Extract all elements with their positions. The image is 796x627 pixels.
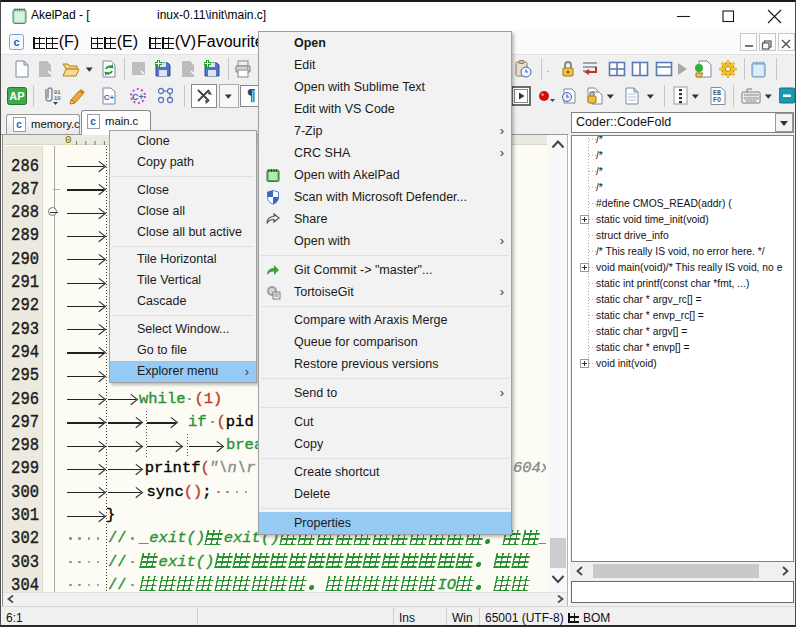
svg-text:EB: EB <box>713 90 721 97</box>
svg-text:10: 10 <box>54 95 61 102</box>
svg-text:C+: C+ <box>104 93 115 102</box>
svg-text:FO: FO <box>713 97 721 104</box>
svg-text:c: c <box>16 119 22 130</box>
svg-text:C+: C+ <box>132 92 144 102</box>
svg-text:c: c <box>90 116 96 127</box>
svg-text:c: c <box>13 36 19 48</box>
svg-text:AP: AP <box>9 90 24 102</box>
